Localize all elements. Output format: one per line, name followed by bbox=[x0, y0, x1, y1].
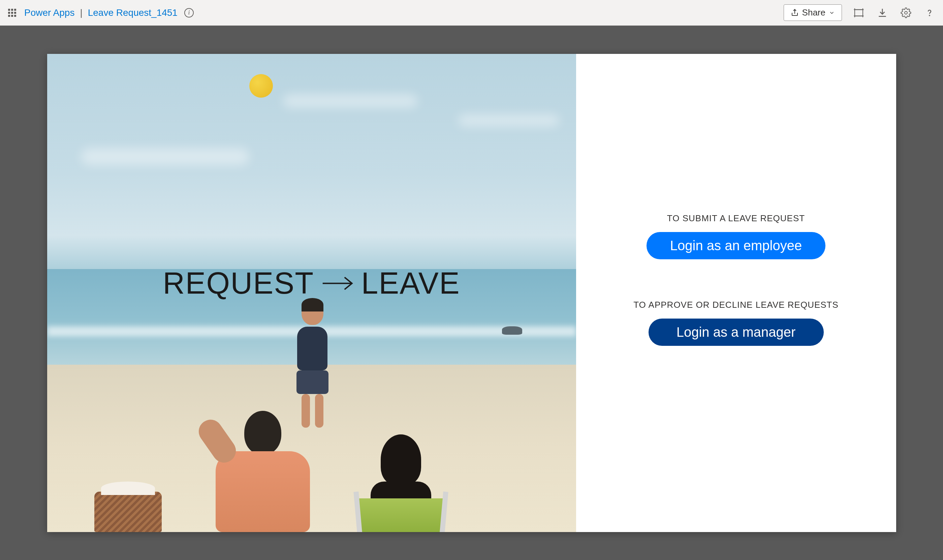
manager-login-group: TO APPROVE OR DECLINE LEAVE REQUESTS Log… bbox=[633, 300, 838, 346]
header-right: Share bbox=[784, 5, 936, 21]
app-preview: REQUEST LEAVE TO SUBMIT A LEAVE REQUEST … bbox=[47, 54, 896, 532]
beach-ball bbox=[249, 74, 273, 98]
cloud-decoration bbox=[81, 148, 249, 165]
download-icon bbox=[877, 8, 888, 18]
child-figure bbox=[296, 300, 328, 428]
cloud-decoration bbox=[283, 94, 418, 108]
basket-decoration bbox=[94, 492, 162, 532]
woman-figure bbox=[357, 434, 445, 532]
app-title: REQUEST LEAVE bbox=[163, 266, 460, 301]
svg-point-5 bbox=[904, 11, 907, 14]
manager-login-label: TO APPROVE OR DECLINE LEAVE REQUESTS bbox=[633, 300, 838, 310]
app-name-link[interactable]: Leave Request_1451 bbox=[88, 8, 177, 18]
hero-image: REQUEST LEAVE bbox=[47, 54, 576, 532]
adult-figure bbox=[216, 411, 310, 532]
share-button[interactable]: Share bbox=[784, 5, 842, 21]
product-link[interactable]: Power Apps bbox=[24, 8, 74, 18]
breadcrumb: Power Apps | Leave Request_1451 bbox=[24, 8, 177, 18]
header-left: Power Apps | Leave Request_1451 i bbox=[7, 8, 194, 18]
employee-login-label: TO SUBMIT A LEAVE REQUEST bbox=[667, 213, 805, 224]
chevron-down-icon bbox=[829, 10, 835, 16]
header-bar: Power Apps | Leave Request_1451 i Share bbox=[0, 0, 943, 26]
gear-icon bbox=[901, 8, 911, 18]
share-icon bbox=[791, 9, 799, 17]
info-icon[interactable]: i bbox=[184, 8, 194, 17]
login-panel: TO SUBMIT A LEAVE REQUEST Login as an em… bbox=[576, 54, 896, 532]
login-manager-button[interactable]: Login as a manager bbox=[649, 318, 824, 346]
fit-to-screen-button[interactable] bbox=[852, 6, 866, 20]
cloud-decoration bbox=[458, 114, 559, 126]
share-button-label: Share bbox=[802, 8, 826, 18]
help-icon bbox=[924, 8, 935, 18]
canvas-area: REQUEST LEAVE TO SUBMIT A LEAVE REQUEST … bbox=[0, 26, 943, 560]
arrow-right-icon bbox=[321, 266, 354, 301]
title-right: LEAVE bbox=[361, 266, 460, 301]
help-button[interactable] bbox=[923, 6, 936, 20]
title-left: REQUEST bbox=[163, 266, 314, 301]
breadcrumb-separator: | bbox=[80, 8, 82, 18]
svg-point-6 bbox=[929, 15, 929, 15]
settings-button[interactable] bbox=[899, 6, 913, 20]
download-button[interactable] bbox=[876, 6, 889, 20]
employee-login-group: TO SUBMIT A LEAVE REQUEST Login as an em… bbox=[647, 213, 826, 259]
frame-icon bbox=[854, 8, 864, 18]
svg-rect-0 bbox=[855, 9, 863, 16]
app-launcher-icon[interactable] bbox=[7, 8, 17, 18]
login-employee-button[interactable]: Login as an employee bbox=[647, 232, 826, 259]
rock-decoration bbox=[502, 326, 522, 335]
